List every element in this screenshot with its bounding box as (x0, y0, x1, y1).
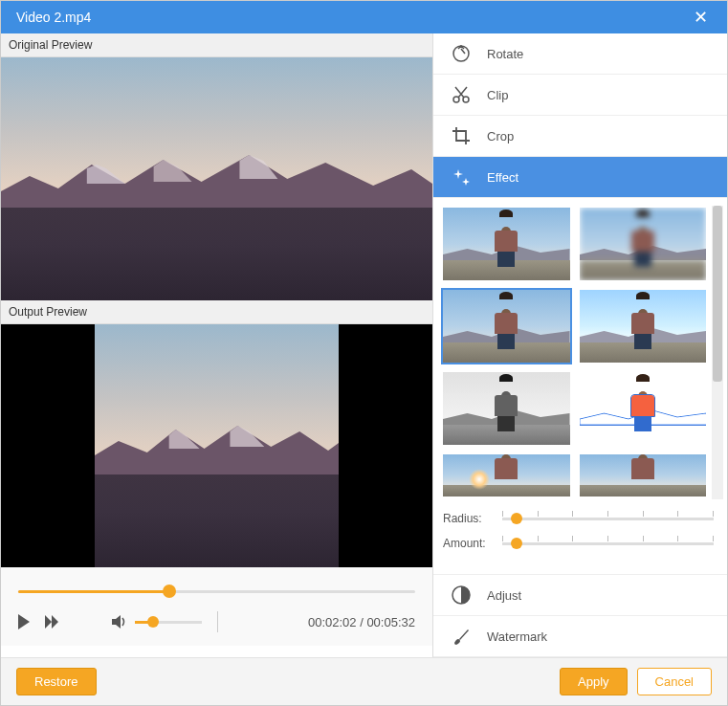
radius-label: Radius: (443, 512, 502, 525)
effect-scrollbar[interactable] (712, 206, 723, 499)
sparkle-icon (451, 166, 472, 188)
original-preview (1, 57, 432, 300)
total-time: 00:05:32 (366, 615, 415, 629)
output-preview (1, 324, 432, 567)
left-panel: Original Preview Output Preview (1, 33, 433, 657)
adjust-icon (451, 585, 472, 606)
tab-adjust[interactable]: Adjust (433, 574, 727, 616)
next-icon[interactable] (45, 615, 60, 629)
playback-bar: 00:02:02 / 00:05:32 (1, 567, 432, 646)
window-title: Video 2.mp4 (16, 10, 91, 25)
tab-label: Adjust (487, 588, 521, 603)
effect-panel: Radius: Amount: (433, 198, 727, 574)
effect-thumb-blur[interactable] (578, 206, 709, 282)
tab-label: Effect (487, 170, 518, 185)
volume-control (112, 611, 218, 632)
close-icon[interactable]: ✕ (686, 3, 716, 32)
crop-icon (451, 125, 472, 146)
effect-thumb-original[interactable] (441, 206, 572, 282)
scissors-icon (451, 84, 472, 105)
effect-thumb-bright[interactable] (578, 288, 709, 364)
tab-label: Clip (487, 88, 508, 102)
effect-thumb-flare[interactable] (441, 452, 572, 498)
volume-icon[interactable] (112, 614, 129, 629)
tab-effect[interactable]: Effect (433, 157, 727, 198)
effect-thumb-crop[interactable] (578, 452, 709, 498)
radius-slider[interactable] (502, 511, 714, 526)
output-preview-label: Output Preview (1, 300, 432, 324)
main-area: Original Preview Output Preview (1, 33, 727, 657)
editor-window: Video 2.mp4 ✕ Original Preview (0, 0, 728, 706)
cancel-button[interactable]: Cancel (637, 668, 712, 695)
tab-label: Rotate (487, 47, 523, 61)
right-panel: Rotate Clip Crop Effect (433, 33, 727, 657)
svg-point-0 (453, 46, 469, 61)
amount-label: Amount: (443, 537, 502, 550)
tab-crop[interactable]: Crop (433, 116, 727, 157)
tab-rotate[interactable]: Rotate (433, 33, 727, 75)
rotate-icon (451, 43, 472, 64)
titlebar: Video 2.mp4 ✕ (1, 1, 727, 33)
play-icon[interactable] (18, 614, 32, 629)
footer: Restore Apply Cancel (1, 657, 727, 705)
tab-clip[interactable]: Clip (433, 75, 727, 116)
tab-label: Watermark (487, 629, 547, 644)
effect-thumb-sketch[interactable] (578, 370, 709, 447)
current-time: 00:02:02 (308, 615, 357, 629)
effect-sliders: Radius: Amount: (441, 499, 723, 566)
brush-icon (451, 626, 472, 647)
volume-slider[interactable] (135, 621, 202, 624)
amount-slider[interactable] (502, 536, 714, 551)
effect-thumb-grayscale[interactable] (441, 370, 572, 447)
apply-button[interactable]: Apply (560, 668, 628, 695)
seek-slider[interactable] (18, 585, 415, 598)
original-preview-label: Original Preview (1, 33, 432, 57)
restore-button[interactable]: Restore (16, 668, 97, 695)
effect-thumbnails (441, 206, 708, 499)
effect-thumb-sharpen[interactable] (441, 288, 572, 364)
tab-watermark[interactable]: Watermark (433, 616, 727, 657)
time-display: 00:02:02 / 00:05:32 (308, 615, 415, 629)
tab-label: Crop (487, 129, 514, 143)
